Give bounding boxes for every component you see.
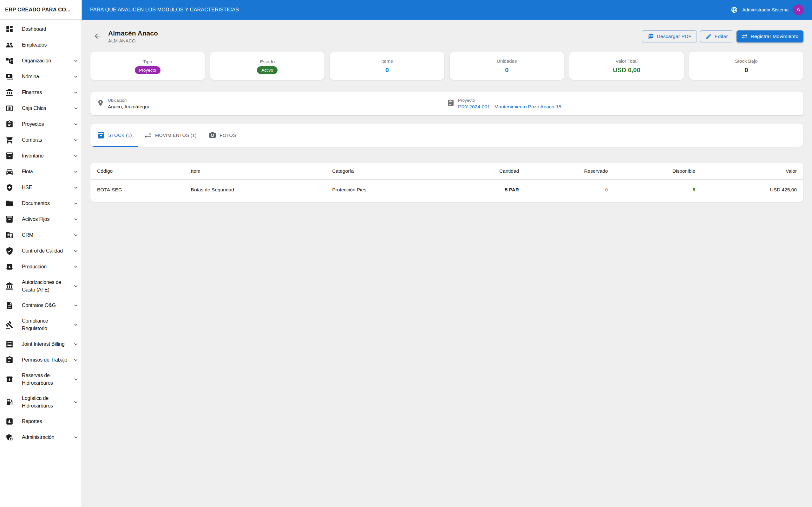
location-info: Ubicación Anaco, Anzoátegui xyxy=(97,98,447,110)
inventory-icon xyxy=(5,152,14,160)
sidebar-item-label: Flota xyxy=(22,168,71,176)
sidebar-item-hse[interactable]: HSE xyxy=(0,180,82,195)
building-icon xyxy=(5,231,14,239)
stat-value: USD 0,00 xyxy=(613,66,641,74)
sidebar-item-administracion[interactable]: Administración xyxy=(0,429,82,445)
sidebar-item-label: Organización xyxy=(22,57,71,65)
oil-barrel-icon xyxy=(5,263,14,271)
chevron-down-icon xyxy=(72,121,79,127)
table-row[interactable]: BOTA-SEG Botas de Seguridad Protección P… xyxy=(90,180,803,200)
dashboard-icon xyxy=(5,25,14,33)
pencil-icon xyxy=(705,33,712,40)
column-header-item: Item xyxy=(191,168,333,174)
info-card: Ubicación Anaco, Anzoátegui Proyecto PRY… xyxy=(90,92,803,115)
sidebar-item-activos-fijos[interactable]: Activos Fijos xyxy=(0,211,82,227)
download-pdf-button[interactable]: Descargar PDF xyxy=(642,31,697,43)
sidebar-item-produccion[interactable]: Producción xyxy=(0,259,82,275)
sidebar-item-label: Nómina xyxy=(22,73,71,80)
inventory-icon xyxy=(97,131,105,139)
tab-label: FOTOS xyxy=(220,133,236,138)
tab-stock[interactable]: STOCK (1) xyxy=(91,124,138,147)
column-header-reservado: Reservado xyxy=(519,168,608,174)
sidebar-item-inventario[interactable]: Inventario xyxy=(0,148,82,164)
app-window: ERP CREADO PARA CO... Dashboard Empleado… xyxy=(0,0,812,507)
sidebar-item-empleados[interactable]: Empleados xyxy=(0,37,82,53)
car-icon xyxy=(5,168,14,176)
sidebar-item-label: Finanzas xyxy=(22,89,71,96)
swap-arrows-icon xyxy=(742,33,748,40)
sidebar-item-nomina[interactable]: Nómina xyxy=(0,69,82,84)
back-arrow-icon xyxy=(94,32,101,41)
project-info: Proyecto PRY-2024-001 - Mantenimiento Po… xyxy=(447,98,797,110)
sidebar-item-joint-interest-billing[interactable]: Joint Interest Billing xyxy=(0,336,82,352)
tab-movimientos[interactable]: MOVIMIENTOS (1) xyxy=(138,124,203,147)
project-link[interactable]: PRY-2024-001 - Mantenimiento Pozo Anaco-… xyxy=(458,104,561,109)
sidebar-item-documentos[interactable]: Documentos xyxy=(0,195,82,211)
column-header-categoria: Categoría xyxy=(332,168,430,174)
cart-icon xyxy=(5,136,14,144)
user-name[interactable]: Administrador Sistema xyxy=(742,7,789,12)
sidebar-item-proyectos[interactable]: Proyectos xyxy=(0,116,82,132)
globe-icon[interactable] xyxy=(731,6,738,13)
column-header-disponible: Disponible xyxy=(608,168,695,174)
stat-label: Tipo xyxy=(143,59,152,64)
chevron-down-icon xyxy=(72,153,79,159)
sidebar-item-flota[interactable]: Flota xyxy=(0,164,82,180)
sidebar-item-dashboard[interactable]: Dashboard xyxy=(0,21,82,37)
sidebar-item-compliance-regulatorio[interactable]: Compliance Regulatorio xyxy=(0,314,82,336)
sidebar-item-finanzas[interactable]: Finanzas xyxy=(0,84,82,101)
back-button[interactable] xyxy=(90,30,104,43)
sidebar-item-label: Reservas de Hidrocarburos xyxy=(22,372,71,387)
sidebar-item-label: Permisos de Trabajo xyxy=(22,356,71,364)
clipboard-icon xyxy=(447,99,455,107)
tab-fotos[interactable]: FOTOS xyxy=(203,124,242,147)
sidebar-item-label: Proyectos xyxy=(22,120,71,128)
page-code: ALM-ANACO xyxy=(108,38,158,43)
bar-chart-icon xyxy=(5,417,14,426)
cell-reservado: 0 xyxy=(519,187,608,193)
tabs: STOCK (1) MOVIMIENTOS (1) FOTOS xyxy=(90,124,803,147)
register-movement-button[interactable]: Registrar Movimiento xyxy=(737,31,803,43)
sidebar-item-label: Administración xyxy=(22,434,71,441)
cell-disponible: 5 xyxy=(608,187,695,193)
chevron-down-icon xyxy=(72,341,79,347)
sidebar-item-control-de-calidad[interactable]: Control de Calidad xyxy=(0,243,82,259)
chevron-down-icon xyxy=(72,89,79,96)
sidebar-item-label: Producción xyxy=(22,263,71,271)
location-label: Ubicación xyxy=(108,98,149,103)
sidebar-item-crm[interactable]: CRM xyxy=(0,227,82,243)
sidebar-item-label: HSE xyxy=(22,184,71,191)
document-icon xyxy=(5,301,14,309)
sidebar-item-label: CRM xyxy=(22,231,71,239)
sidebar-item-reportes[interactable]: Reportes xyxy=(0,413,82,429)
sidebar-item-permisos-de-trabajo[interactable]: Permisos de Trabajo xyxy=(0,352,82,368)
sidebar-item-contratos-og[interactable]: Contratos O&G xyxy=(0,297,82,314)
clipboard-icon xyxy=(5,120,14,128)
cell-item: Botas de Seguridad xyxy=(191,187,333,193)
estado-badge: Activo xyxy=(257,66,277,74)
chevron-down-icon xyxy=(72,357,79,363)
chevron-down-icon xyxy=(72,322,79,328)
shield-check-icon xyxy=(5,247,14,255)
sidebar-item-label: Activos Fijos xyxy=(22,216,71,223)
stock-table: Código Item Categoría Cantidad Reservado… xyxy=(90,163,803,202)
chevron-down-icon xyxy=(72,283,79,289)
sidebar-item-reservas-de-hidrocarburos[interactable]: Reservas de Hidrocarburos xyxy=(0,368,82,391)
gas-station-icon xyxy=(5,398,14,406)
sidebar-item-organizacion[interactable]: Organización xyxy=(0,53,82,69)
sidebar-item-label: Autorizaciones de Gasto (AFE) xyxy=(22,279,71,294)
sidebar-item-label: Dashboard xyxy=(22,25,79,33)
sidebar-item-afe[interactable]: Autorizaciones de Gasto (AFE) xyxy=(0,275,82,297)
cell-cantidad: 5 PAR xyxy=(430,187,519,193)
sidebar-item-caja-chica[interactable]: Caja Chica xyxy=(0,101,82,116)
org-tree-icon xyxy=(5,57,14,65)
user-avatar[interactable]: A xyxy=(793,4,804,15)
edit-button[interactable]: Editar xyxy=(700,31,733,43)
project-label: Proyecto xyxy=(458,98,561,103)
stat-card-estado: Estado Activo xyxy=(210,52,325,80)
chevron-down-icon xyxy=(72,248,79,254)
chevron-down-icon xyxy=(72,169,79,175)
sidebar-item-logistica-de-hidrocarburos[interactable]: Logística de Hidrocarburos xyxy=(0,391,82,413)
sidebar-item-compras[interactable]: Compras xyxy=(0,132,82,148)
chevron-down-icon xyxy=(72,216,79,222)
